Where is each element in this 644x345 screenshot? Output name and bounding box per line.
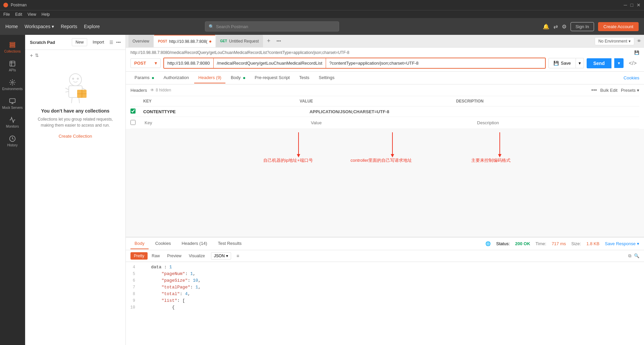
nav-workspaces[interactable]: Workspaces ▾ — [24, 24, 54, 29]
res-tab-headers[interactable]: Headers (14) — [178, 238, 211, 249]
body-dot — [243, 77, 245, 79]
sidebar-item-mock-servers[interactable]: Mock Servers — [0, 94, 25, 113]
req-tab-settings[interactable]: Settings — [315, 72, 338, 83]
code-line-8: 8 "total": 4, — [126, 291, 644, 298]
get-method-label: GET — [220, 39, 227, 43]
sync-icon[interactable]: ⇄ — [553, 23, 558, 30]
send-button[interactable]: Send — [587, 58, 611, 68]
req-tab-pre-request[interactable]: Pre-request Script — [251, 72, 294, 83]
req-tab-params[interactable]: Params — [130, 72, 158, 83]
method-chevron-icon: ▾ — [155, 61, 157, 66]
save-button[interactable]: 💾 Save — [548, 58, 576, 68]
menu-file[interactable]: File — [3, 12, 10, 17]
req-tab-headers[interactable]: Headers (9) — [194, 72, 225, 83]
status-value: 200 OK — [515, 241, 530, 246]
minimize-icon[interactable]: ─ — [624, 2, 627, 8]
nav-home[interactable]: Home — [5, 24, 18, 29]
format-pretty[interactable]: Pretty — [130, 252, 148, 260]
wrap-icon[interactable]: ≡ — [236, 253, 239, 259]
save-disk-icon: 💾 — [553, 61, 559, 66]
headers-more-icon[interactable]: ••• — [591, 87, 597, 93]
sidebar-item-collections[interactable]: Collections — [0, 38, 25, 57]
menu-help[interactable]: Help — [42, 12, 50, 17]
header-value-value[interactable]: application/json;charset=UTF-8 — [310, 109, 389, 114]
header-key-value[interactable]: contentType — [143, 109, 176, 114]
menu-view[interactable]: View — [28, 12, 36, 17]
res-tab-test-results[interactable]: Test Results — [214, 238, 246, 249]
search-input[interactable] — [216, 24, 335, 29]
full-url-display: http://10.98.88.7:8080/medicalRecordQuer… — [130, 50, 639, 55]
new-header-checkbox[interactable] — [130, 120, 136, 125]
header-checkbox[interactable] — [130, 109, 136, 114]
import-button[interactable]: Import — [90, 39, 107, 46]
search-icon: 🔍 — [209, 24, 214, 29]
format-type-selector[interactable]: JSON ▾ — [211, 252, 231, 260]
sidebar-item-apis[interactable]: APIs — [0, 57, 25, 76]
save-dropdown-button[interactable]: ▾ — [576, 58, 584, 68]
more-tabs-button[interactable]: ••• — [274, 39, 284, 44]
window-controls[interactable]: ─ □ ✕ — [624, 2, 641, 8]
url-part2[interactable]: /medicalRecordQuery/getLouChuanMedicalRe… — [214, 58, 326, 68]
bulk-edit-button[interactable]: Bulk Edit — [600, 88, 618, 93]
search-response-icon[interactable]: 🔍 — [634, 253, 639, 258]
response-code-block: 4 data : 1 5 "pageNum": 1, 6 "pageSize":… — [126, 262, 644, 345]
filter-icon[interactable]: ☰ — [109, 40, 113, 45]
maximize-icon[interactable]: □ — [631, 2, 633, 8]
new-value-input[interactable] — [310, 119, 369, 127]
sort-icon[interactable]: ⇅ — [35, 53, 39, 59]
format-visualize[interactable]: Visualize — [185, 252, 208, 260]
menu-edit[interactable]: Edit — [15, 12, 22, 17]
format-preview[interactable]: Preview — [164, 252, 185, 260]
sidebar-item-history[interactable]: History — [0, 132, 25, 151]
format-raw[interactable]: Raw — [148, 252, 163, 260]
post-request-tab[interactable]: POST http://10.98.88.7:808( — [154, 35, 215, 47]
sidebar-environments-label: Environments — [2, 87, 22, 91]
nav-reports[interactable]: Reports — [61, 24, 77, 29]
url-part1[interactable]: http://10.98.88.7:8080 — [164, 58, 214, 68]
create-account-button[interactable]: Create Account — [598, 22, 639, 31]
svg-marker-20 — [297, 154, 300, 157]
res-tab-cookies[interactable]: Cookies — [151, 238, 175, 249]
url-input-container[interactable]: http://10.98.88.7:8080 /medicalRecordQue… — [163, 58, 546, 69]
environment-selector[interactable]: No Environment ▾ — [595, 37, 634, 45]
settings-icon[interactable]: ⚙ — [562, 23, 567, 30]
nav-explore[interactable]: Explore — [84, 24, 100, 29]
size-label: Size: — [571, 241, 581, 246]
notification-icon[interactable]: 🔔 — [543, 23, 549, 30]
new-button[interactable]: New — [72, 38, 87, 46]
method-selector[interactable]: POST ▾ — [130, 58, 161, 68]
new-key-input[interactable] — [143, 119, 202, 127]
get-request-tab[interactable]: GET Untitled Request — [216, 35, 263, 47]
search-bar[interactable]: 🔍 — [205, 21, 339, 31]
res-tab-body[interactable]: Body — [130, 238, 149, 249]
sidebar-item-monitors[interactable]: Monitors — [0, 113, 25, 132]
more-options-icon[interactable]: ••• — [116, 40, 121, 45]
plus-icon[interactable]: + — [30, 53, 33, 59]
close-icon[interactable]: ✕ — [637, 2, 641, 8]
copy-icon[interactable]: ⧉ — [628, 253, 631, 259]
code-view-button[interactable]: </> — [626, 59, 639, 68]
sign-in-button[interactable]: Sign In — [571, 22, 594, 31]
eye-icon[interactable]: 👁 — [637, 39, 641, 44]
cookies-link[interactable]: Cookies — [624, 75, 639, 80]
overview-tab[interactable]: Overview — [128, 35, 153, 47]
history-icon — [9, 135, 16, 142]
new-description-input[interactable] — [476, 119, 535, 127]
url-part3[interactable]: ?contentType=application/json;charset=UT… — [326, 58, 545, 68]
sidebar-item-environments[interactable]: Environments — [0, 76, 25, 94]
add-tab-button[interactable]: + — [264, 38, 274, 45]
mock-servers-icon — [9, 98, 16, 105]
svg-line-12 — [82, 88, 86, 90]
send-dropdown-button[interactable]: ▾ — [614, 58, 624, 68]
response-tabs-bar: Body Cookies Headers (14) Test Results 🌐… — [126, 237, 644, 250]
code-line-7: 7 "totalPage": 1, — [126, 285, 644, 291]
req-tab-authorization[interactable]: Authorization — [159, 72, 193, 83]
create-collection-button[interactable]: Create Collection — [59, 134, 92, 139]
presets-button[interactable]: Presets ▾ — [621, 88, 639, 93]
req-tab-tests[interactable]: Tests — [295, 72, 313, 83]
encoding-annotation-text: 主要来控制编码格式 — [471, 157, 511, 163]
url-bar-area: http://10.98.88.7:8080/medicalRecordQuer… — [126, 48, 644, 72]
save-response-button[interactable]: Save Response ▾ — [605, 241, 639, 246]
svg-line-10 — [65, 88, 69, 90]
req-tab-body[interactable]: Body — [227, 72, 249, 83]
